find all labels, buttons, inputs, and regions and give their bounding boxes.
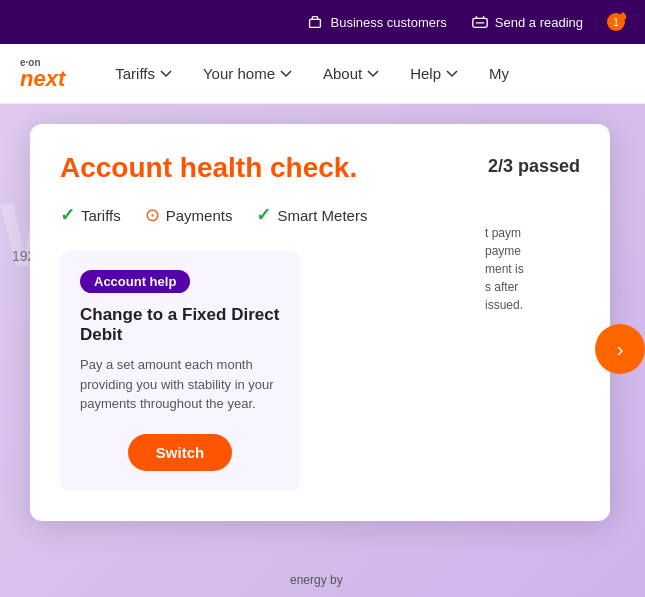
business-customers-label: Business customers	[330, 15, 446, 30]
inner-card-desc: Pay a set amount each month providing yo…	[80, 355, 280, 414]
your-home-label: Your home	[203, 65, 275, 82]
next-slide-button[interactable]: ›	[595, 324, 645, 374]
check-smart-meters: ✓ Smart Meters	[256, 204, 367, 226]
check-smart-meters-label: Smart Meters	[277, 207, 367, 224]
right-payment-text: t paym payme ment is s after issued.	[485, 224, 615, 314]
help-chevron-icon	[445, 67, 459, 81]
notification-badge[interactable]: 1	[607, 13, 625, 31]
bottom-energy-text: energy by	[290, 573, 343, 587]
right-payment-line1: t paym	[485, 224, 615, 242]
switch-button[interactable]: Switch	[128, 434, 232, 471]
modal-title: Account health check.	[60, 152, 357, 184]
business-customers-link[interactable]: Business customers	[306, 13, 446, 31]
send-reading-link[interactable]: Send a reading	[471, 13, 583, 31]
modal-checks: ✓ Tariffs ⊙ Payments ✓ Smart Meters	[60, 204, 580, 226]
check-tariffs-label: Tariffs	[81, 207, 121, 224]
about-label: About	[323, 65, 362, 82]
check-smart-meters-icon: ✓	[256, 204, 271, 226]
nav-bar: e·on next Tariffs Your home About Help M…	[0, 44, 645, 104]
check-payments-icon: ⊙	[145, 204, 160, 226]
logo-next: next	[20, 68, 65, 90]
about-chevron-icon	[366, 67, 380, 81]
help-label: Help	[410, 65, 441, 82]
tariffs-chevron-icon	[159, 67, 173, 81]
check-tariffs-icon: ✓	[60, 204, 75, 226]
inner-card-title: Change to a Fixed Direct Debit	[80, 305, 280, 345]
modal-header: Account health check. 2/3 passed	[60, 152, 580, 184]
nav-your-home[interactable]: Your home	[203, 65, 293, 82]
account-health-check-modal: Account health check. 2/3 passed ✓ Tarif…	[30, 124, 610, 521]
svg-rect-0	[310, 19, 321, 27]
check-tariffs: ✓ Tariffs	[60, 204, 121, 226]
nav-tariffs[interactable]: Tariffs	[115, 65, 173, 82]
recommendation-card: Account help Change to a Fixed Direct De…	[60, 250, 300, 491]
page-background: We 192 G Account health check. 2/3 passe…	[0, 104, 645, 597]
send-reading-label: Send a reading	[495, 15, 583, 30]
meter-icon	[471, 13, 489, 31]
your-home-chevron-icon	[279, 67, 293, 81]
check-payments-label: Payments	[166, 207, 233, 224]
account-help-badge: Account help	[80, 270, 190, 293]
right-payment-line5: issued.	[485, 296, 615, 314]
nav-about[interactable]: About	[323, 65, 380, 82]
modal-passed: 2/3 passed	[488, 156, 580, 177]
right-payment-line4: s after	[485, 278, 615, 296]
check-payments: ⊙ Payments	[145, 204, 233, 226]
top-bar: Business customers Send a reading 1	[0, 0, 645, 44]
nav-my[interactable]: My	[489, 65, 509, 82]
briefcase-icon	[306, 13, 324, 31]
right-payment-line3: ment is	[485, 260, 615, 278]
tariffs-label: Tariffs	[115, 65, 155, 82]
right-payment-line2: payme	[485, 242, 615, 260]
logo: e·on next	[20, 57, 65, 90]
my-label: My	[489, 65, 509, 82]
nav-help[interactable]: Help	[410, 65, 459, 82]
